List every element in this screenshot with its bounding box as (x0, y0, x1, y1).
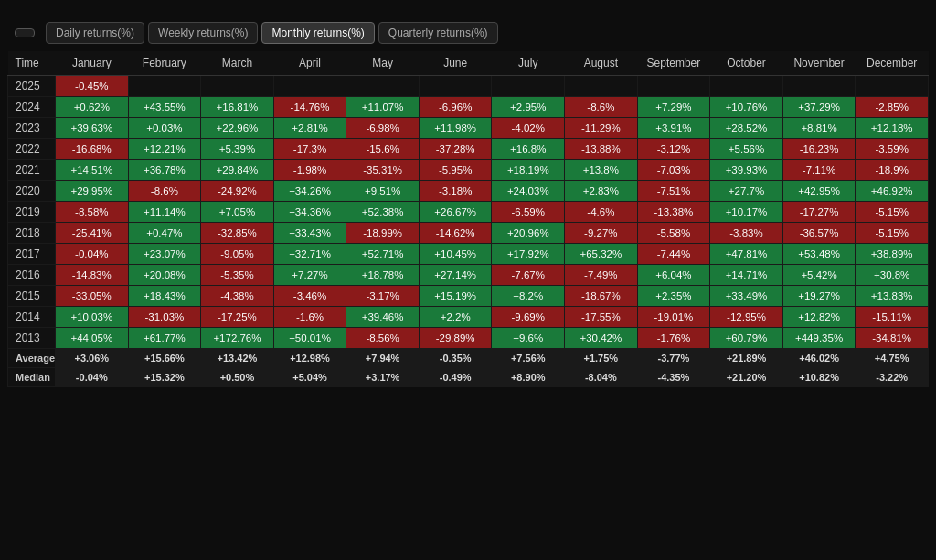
value-cell[interactable]: -5.58% (637, 223, 710, 244)
tab-weekly[interactable]: Weekly returns(%) (148, 22, 258, 44)
value-cell[interactable]: -3.59% (856, 139, 929, 160)
value-cell[interactable]: +52.71% (346, 244, 420, 265)
value-cell[interactable]: +50.01% (273, 328, 346, 349)
value-cell[interactable]: -7.51% (637, 181, 710, 202)
value-cell[interactable]: +11.98% (419, 118, 492, 139)
value-cell[interactable]: +32.71% (273, 244, 346, 265)
value-cell[interactable]: -6.59% (492, 202, 565, 223)
value-cell[interactable]: +20.96% (492, 223, 565, 244)
value-cell[interactable]: -1.6% (273, 307, 346, 328)
value-cell[interactable]: +33.43% (273, 223, 346, 244)
value-cell[interactable]: -4.6% (565, 202, 638, 223)
value-cell[interactable] (782, 76, 856, 97)
value-cell[interactable]: +18.43% (128, 286, 201, 307)
value-cell[interactable]: -17.3% (273, 139, 346, 160)
value-cell[interactable]: +27.14% (419, 265, 492, 286)
btc-selector[interactable] (15, 28, 35, 37)
value-cell[interactable]: +9.51% (346, 181, 420, 202)
value-cell[interactable]: +39.63% (56, 118, 129, 139)
value-cell[interactable]: +39.93% (710, 160, 783, 181)
value-cell[interactable]: +172.76% (201, 328, 274, 349)
value-cell[interactable]: +29.84% (201, 160, 274, 181)
value-cell[interactable]: +2.95% (492, 97, 565, 118)
value-cell[interactable]: -31.03% (128, 307, 201, 328)
value-cell[interactable]: +16.8% (492, 139, 565, 160)
value-cell[interactable]: +14.71% (710, 265, 783, 286)
value-cell[interactable]: +2.2% (419, 307, 492, 328)
value-cell[interactable]: +449.35% (782, 328, 856, 349)
value-cell[interactable]: -25.41% (56, 223, 129, 244)
value-cell[interactable]: -7.49% (565, 265, 638, 286)
value-cell[interactable]: +24.03% (492, 181, 565, 202)
value-cell[interactable]: -3.46% (273, 286, 346, 307)
value-cell[interactable] (637, 76, 710, 97)
value-cell[interactable]: -9.27% (565, 223, 638, 244)
value-cell[interactable]: -36.57% (782, 223, 856, 244)
value-cell[interactable] (856, 76, 929, 97)
value-cell[interactable]: +5.42% (782, 265, 856, 286)
value-cell[interactable]: +44.05% (56, 328, 129, 349)
value-cell[interactable]: -1.76% (637, 328, 710, 349)
value-cell[interactable]: -16.68% (56, 139, 129, 160)
value-cell[interactable]: +52.38% (346, 202, 420, 223)
value-cell[interactable]: -5.95% (419, 160, 492, 181)
value-cell[interactable]: +0.62% (56, 97, 129, 118)
value-cell[interactable]: -7.03% (637, 160, 710, 181)
value-cell[interactable]: -33.05% (56, 286, 129, 307)
value-cell[interactable]: +12.21% (128, 139, 201, 160)
value-cell[interactable]: -9.69% (492, 307, 565, 328)
value-cell[interactable]: +28.52% (710, 118, 783, 139)
value-cell[interactable]: +36.78% (128, 160, 201, 181)
value-cell[interactable]: +12.82% (782, 307, 856, 328)
value-cell[interactable]: -15.11% (856, 307, 929, 328)
value-cell[interactable]: -3.83% (710, 223, 783, 244)
value-cell[interactable] (710, 76, 783, 97)
value-cell[interactable]: +43.55% (128, 97, 201, 118)
value-cell[interactable]: +2.83% (565, 181, 638, 202)
value-cell[interactable] (419, 76, 492, 97)
value-cell[interactable]: +5.39% (201, 139, 274, 160)
value-cell[interactable] (273, 76, 346, 97)
value-cell[interactable]: +18.78% (346, 265, 420, 286)
value-cell[interactable]: +8.81% (782, 118, 856, 139)
value-cell[interactable]: -8.58% (56, 202, 129, 223)
value-cell[interactable]: -7.11% (782, 160, 856, 181)
value-cell[interactable]: -3.18% (419, 181, 492, 202)
value-cell[interactable]: +8.2% (492, 286, 565, 307)
tab-daily[interactable]: Daily returns(%) (46, 22, 144, 44)
value-cell[interactable]: -35.31% (346, 160, 420, 181)
tab-monthly[interactable]: Monthly returns(%) (261, 22, 374, 44)
value-cell[interactable]: +53.48% (782, 244, 856, 265)
value-cell[interactable]: +29.95% (56, 181, 129, 202)
value-cell[interactable]: +47.81% (710, 244, 783, 265)
value-cell[interactable]: -37.28% (419, 139, 492, 160)
value-cell[interactable]: +60.79% (710, 328, 783, 349)
value-cell[interactable]: -4.38% (201, 286, 274, 307)
value-cell[interactable]: -19.01% (637, 307, 710, 328)
value-cell[interactable]: -0.04% (56, 244, 129, 265)
value-cell[interactable]: -18.99% (346, 223, 420, 244)
value-cell[interactable]: +39.46% (346, 307, 420, 328)
value-cell[interactable]: +37.29% (782, 97, 856, 118)
value-cell[interactable]: -11.29% (565, 118, 638, 139)
value-cell[interactable] (492, 76, 565, 97)
value-cell[interactable] (128, 76, 201, 97)
value-cell[interactable]: +26.67% (419, 202, 492, 223)
value-cell[interactable]: -6.96% (419, 97, 492, 118)
value-cell[interactable]: +34.26% (273, 181, 346, 202)
value-cell[interactable]: +12.18% (856, 118, 929, 139)
value-cell[interactable]: +7.27% (273, 265, 346, 286)
value-cell[interactable]: +2.35% (637, 286, 710, 307)
value-cell[interactable]: -24.92% (201, 181, 274, 202)
value-cell[interactable]: +15.19% (419, 286, 492, 307)
value-cell[interactable]: -7.67% (492, 265, 565, 286)
value-cell[interactable]: -14.83% (56, 265, 129, 286)
value-cell[interactable]: +19.27% (782, 286, 856, 307)
value-cell[interactable]: +2.81% (273, 118, 346, 139)
value-cell[interactable]: -8.6% (565, 97, 638, 118)
value-cell[interactable]: -14.76% (273, 97, 346, 118)
value-cell[interactable]: -29.89% (419, 328, 492, 349)
value-cell[interactable]: +10.45% (419, 244, 492, 265)
value-cell[interactable]: +17.92% (492, 244, 565, 265)
value-cell[interactable]: -17.55% (565, 307, 638, 328)
